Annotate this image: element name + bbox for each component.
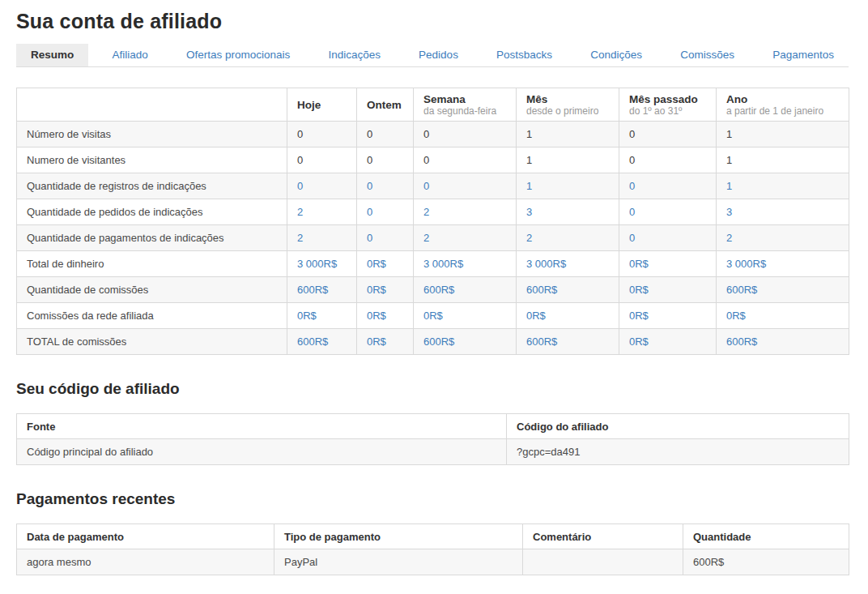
cell-value-link[interactable]: 2 (423, 206, 429, 218)
cell-value-link[interactable]: 2 (726, 232, 732, 244)
row-label: Quantidade de pagamentos de indicações (17, 225, 287, 251)
column-header-semana: Semana da segunda-feira (414, 88, 517, 122)
cell-value: 1 (726, 128, 732, 140)
cell-value-link[interactable]: 0 (367, 232, 372, 244)
column-title: Ontem (367, 99, 403, 111)
cell-value-link[interactable]: 2 (297, 206, 303, 218)
column-header-hoje: Hoje (287, 88, 357, 122)
column-subtitle: da segunda-feira (423, 105, 506, 117)
payment-date: agora mesmo (17, 549, 274, 575)
affiliate-code-header-row: Fonte Código do afiliado (17, 414, 849, 439)
column-subtitle: do 1º ao 31º (629, 105, 706, 117)
cell-value-link[interactable]: 0 (367, 206, 372, 218)
cell-value-link[interactable]: 0R$ (526, 310, 546, 322)
table-row-pedidos-indicacoes: Quantidade de pedidos de indicações 2 0 … (17, 199, 849, 225)
cell-value-link[interactable]: 3 (526, 206, 532, 218)
cell-value-link[interactable]: 0R$ (367, 258, 386, 270)
tab-pagamentos[interactable]: Pagamentos (758, 44, 849, 66)
payments-header-row: Data de pagamento Tipo de pagamento Come… (17, 524, 849, 549)
recent-payments-table: Data de pagamento Tipo de pagamento Come… (16, 523, 849, 575)
table-row-quantidade-comissoes: Quantidade de comissões 600R$ 0R$ 600R$ … (17, 277, 849, 303)
tab-resumo[interactable]: Resumo (16, 44, 88, 66)
cell-value: 1 (526, 154, 532, 166)
cell-value-link[interactable]: 600R$ (423, 284, 454, 296)
recent-payments-heading: Pagamentos recentes (16, 490, 849, 508)
summary-header-row: Hoje Ontem Semana da segunda-feira Mês d… (17, 88, 849, 122)
cell-value-link[interactable]: 1 (526, 180, 532, 192)
row-label: Quantidade de comissões (17, 277, 287, 303)
cell-value-link[interactable]: 600R$ (726, 335, 757, 348)
cell-value-link[interactable]: 600R$ (726, 284, 757, 296)
tab-postsbacks[interactable]: Postsbacks (482, 44, 567, 66)
cell-value: 0 (367, 154, 372, 166)
table-row-total-dinheiro: Total de dinheiro 3 000R$ 0R$ 3 000R$ 3 … (17, 251, 849, 277)
cell-value-link[interactable]: 0 (629, 180, 635, 192)
code-source: Código principal do afiliado (17, 439, 507, 465)
cell-value: 0 (297, 128, 303, 140)
column-header-data-pagamento: Data de pagamento (17, 524, 274, 549)
cell-value-link[interactable]: 0R$ (297, 310, 317, 322)
tab-afiliado[interactable]: Afiliado (97, 44, 162, 66)
row-label: Número de visitas (17, 122, 287, 147)
cell-value-link[interactable]: 600R$ (526, 335, 557, 348)
row-label: Quantidade de registros de indicações (17, 173, 287, 199)
payment-type: PayPal (274, 549, 523, 575)
cell-value-link[interactable]: 2 (423, 232, 429, 244)
cell-value-link[interactable]: 600R$ (423, 335, 454, 348)
cell-value-link[interactable]: 0R$ (367, 310, 386, 322)
column-title: Hoje (297, 99, 347, 111)
column-subtitle: desde o primeiro (526, 105, 609, 117)
column-header-mes-passado: Mês passado do 1º ao 31º (619, 88, 717, 122)
cell-value-link[interactable]: 0R$ (629, 335, 649, 348)
cell-value: 1 (526, 128, 532, 140)
tab-bar: Resumo Afiliado Ofertas promocionais Ind… (16, 44, 849, 67)
cell-value-link[interactable]: 2 (526, 232, 532, 244)
column-title: Ano (726, 93, 839, 105)
cell-value: 0 (423, 154, 429, 166)
cell-value-link[interactable]: 600R$ (297, 284, 328, 296)
cell-value-link[interactable]: 3 000R$ (297, 258, 337, 270)
cell-value-link[interactable]: 0R$ (367, 335, 386, 348)
cell-value-link[interactable]: 3 000R$ (726, 258, 766, 270)
cell-value-link[interactable]: 0R$ (629, 258, 649, 270)
tab-comissoes[interactable]: Comissões (666, 44, 749, 66)
table-row-visitantes: Numero de visitantes 0 0 0 1 0 1 (17, 147, 849, 173)
column-header-fonte: Fonte (17, 414, 507, 439)
cell-value-link[interactable]: 0R$ (629, 310, 649, 322)
page-title: Sua conta de afiliado (16, 10, 849, 33)
row-label: Numero de visitantes (17, 147, 287, 173)
cell-value: 0 (423, 128, 429, 140)
cell-value-link[interactable]: 0R$ (423, 310, 443, 322)
cell-value-link[interactable]: 0 (297, 180, 303, 192)
cell-value-link[interactable]: 600R$ (297, 335, 328, 348)
cell-value-link[interactable]: 3 (726, 206, 732, 218)
column-header-ano: Ano a partir de 1 de janeiro (717, 88, 849, 122)
cell-value-link[interactable]: 600R$ (526, 284, 557, 296)
tab-indicacoes[interactable]: Indicações (313, 44, 395, 66)
cell-value-link[interactable]: 0 (629, 206, 635, 218)
cell-value-link[interactable]: 0 (367, 180, 372, 192)
tab-condicoes[interactable]: Condições (576, 44, 657, 66)
cell-value-link[interactable]: 0R$ (367, 284, 386, 296)
cell-value-link[interactable]: 0R$ (726, 310, 746, 322)
affiliate-code-table: Fonte Código do afiliado Código principa… (16, 413, 849, 465)
summary-table: Hoje Ontem Semana da segunda-feira Mês d… (16, 88, 849, 355)
tab-ofertas-promocionais[interactable]: Ofertas promocionais (172, 44, 304, 66)
cell-value-link[interactable]: 0R$ (629, 284, 649, 296)
column-header-ontem: Ontem (357, 88, 414, 122)
column-title: Mês passado (629, 93, 706, 105)
tab-pedidos[interactable]: Pedidos (404, 44, 473, 66)
cell-value-link[interactable]: 0 (629, 232, 635, 244)
cell-value-link[interactable]: 3 000R$ (423, 258, 463, 270)
column-title: Semana (423, 93, 506, 105)
cell-value-link[interactable]: 0 (423, 180, 429, 192)
cell-value-link[interactable]: 2 (297, 232, 303, 244)
cell-value-link[interactable]: 3 000R$ (526, 258, 566, 270)
cell-value-link[interactable]: 1 (726, 180, 732, 192)
column-header-codigo: Código do afiliado (507, 414, 849, 439)
table-row-codigo-principal: Código principal do afiliado ?gcpc=da491 (17, 439, 849, 465)
table-row-visitas: Número de visitas 0 0 0 1 0 1 (17, 122, 849, 147)
table-row-comissoes-rede: Comissões da rede afiliada 0R$ 0R$ 0R$ 0… (17, 303, 849, 329)
cell-value: 0 (297, 154, 303, 166)
column-subtitle: a partir de 1 de janeiro (726, 105, 839, 117)
